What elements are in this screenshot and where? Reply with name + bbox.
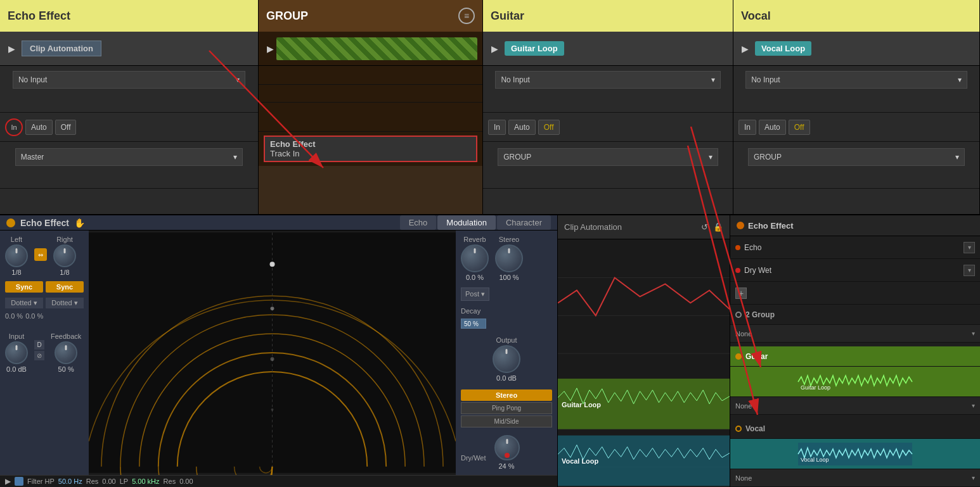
guitar-clip-track-row: Guitar Loop [730,367,980,397]
right-sync-button[interactable]: Sync [46,281,84,293]
echo-off-button[interactable]: Off [55,120,77,135]
svg-point-4 [271,357,274,361]
dry-wet-knob[interactable] [494,435,520,460]
echo-output-dropdown[interactable]: Master ▾ [15,148,243,166]
dry-wet-label: Dry/Wet [461,454,486,462]
vocal-input-dropdown[interactable]: No Input ▾ [745,71,967,89]
filter-hp-value: 50.0 Hz [58,478,82,485]
dry-wet-knob-container [494,435,520,460]
guitar-input-area: No Input ▾ [483,66,733,94]
group-none-select[interactable]: None ▾ [730,325,980,343]
guitar-track-title: Guitar [491,9,524,23]
add-automation-button[interactable]: + [735,288,747,299]
guitar-clip-box[interactable]: Guitar Loop [505,41,564,56]
filter-square[interactable] [15,477,23,486]
echo-main-area: Left 1/8 ⇔ Right 1/8 [0,231,557,475]
vocal-play-button[interactable]: ▶ [738,42,751,55]
right-pct: 0.0 % [25,312,43,320]
reverb-label: Reverb [463,236,486,243]
vocal-in-button[interactable]: In [738,120,756,135]
echo-item-dropdown[interactable]: ▾ [964,242,975,253]
feedback-knob[interactable] [55,341,77,364]
filter-res-value: 0.00 [102,478,115,485]
vocal-input-area: No Input ▾ [733,66,979,94]
clip-automation-panel: Clip Automation ↺ 🔒 [558,215,730,487]
filter-play-button[interactable]: ▶ [5,477,11,486]
left-sync-button[interactable]: Sync [5,281,43,293]
input-knob[interactable] [5,341,28,364]
right-item-echo: Echo ▾ [730,236,980,259]
filter-lp-value: 5.00 kHz [132,478,159,485]
vocal-output-area: GROUP ▾ [733,142,979,170]
clip-automation-box[interactable]: Clip Automation [22,41,101,56]
phase-button[interactable]: ⊘ [34,351,44,360]
echo-tabs: Echo Modulation Character [400,215,551,230]
vocal-auto-button[interactable]: Auto [759,120,786,135]
dry-wet-value: 24 % [461,462,552,470]
link-icon[interactable]: ⇔ [34,248,47,261]
left-time-knob[interactable] [5,244,28,267]
group-clip-row: ▶ [259,32,482,66]
left-dotted-select[interactable]: Dotted ▾ [5,298,43,308]
vocal-output-dropdown[interactable]: GROUP ▾ [748,148,965,166]
vocal-none-select[interactable]: None ▾ [730,469,980,487]
group-none-dropdown: ▾ [972,330,975,337]
post-select[interactable]: Post ▾ [461,288,489,301]
vocal-section-indicator [735,426,742,432]
guitar-track-header: Guitar [483,0,733,32]
dry-wet-group: Dry/Wet 24 % [461,435,552,470]
stereo-knob[interactable] [495,244,523,272]
vocal-off-button[interactable]: Off [789,120,810,135]
reverb-knob[interactable] [461,244,489,272]
vocal-clip-box[interactable]: Vocal Loop [755,41,811,56]
echo-tab-echo[interactable]: Echo [400,215,437,230]
guitar-in-button[interactable]: In [488,120,506,135]
filter-hp-label: Filter HP [27,478,55,485]
guitar-auto-button[interactable]: Auto [508,120,536,135]
guitar-input-dropdown[interactable]: No Input ▾ [495,71,720,89]
stereo-mode-button[interactable]: Stereo [461,389,552,401]
guitar-off-button[interactable]: Off [538,120,560,135]
group-play-button[interactable]: ▶ [264,42,276,55]
guitar-play-button[interactable]: ▶ [488,42,501,55]
group-empty3 [259,103,482,132]
input-knob-group: Input 0.0 dB [5,332,28,373]
group-empty2 [259,85,482,103]
svg-point-3 [271,307,274,310]
group-stripe [276,37,477,60]
decay-label: Decay [461,307,480,315]
right-time-knob[interactable] [53,244,76,267]
right-item-add: + [730,282,980,305]
guitar-none-select[interactable]: None ▾ [730,397,980,415]
echo-monitor-row: In Auto Off [0,113,258,142]
ping-pong-button[interactable]: Ping Pong [461,402,552,414]
guitar-input-row2 [483,94,733,113]
echo-in-button-circled[interactable]: In [5,118,23,136]
left-pct: 0.0 % [5,312,23,320]
echo-left-controls: Left 1/8 ⇔ Right 1/8 [0,231,89,475]
echo-auto-button[interactable]: Auto [25,120,53,135]
echo-item-label: Echo [744,243,960,252]
left-knob-group: Left 1/8 [5,236,28,276]
echo-tab-character[interactable]: Character [497,215,551,230]
echo-tab-modulation[interactable]: Modulation [437,215,496,230]
echo-input-dropdown[interactable]: No Input ▾ [13,71,245,89]
mid-side-button[interactable]: Mid/Side [461,415,552,427]
vocal-track-header: Vocal [733,0,979,32]
svg-text:Guitar Loop: Guitar Loop [562,401,601,408]
filter-res-label: Res [86,478,99,485]
d-button[interactable]: D [34,340,44,350]
vocal-monitor-row: In Auto Off [733,113,979,142]
input-feedback-row: Input 0.0 dB D ⊘ Feedback 50 % [5,332,84,373]
vocal-section-header: Vocal [730,419,980,439]
output-knob[interactable] [493,345,520,373]
guitar-output-dropdown[interactable]: GROUP ▾ [498,148,718,166]
echo-right-controls: Reverb 0.0 % Stereo 100 % Post ▾ [456,231,557,475]
echo-play-button[interactable]: ▶ [5,42,18,55]
right-time-value: 1/8 [60,269,69,276]
svg-point-2 [270,262,275,267]
right-dotted-select[interactable]: Dotted ▾ [46,298,84,308]
decay-bar[interactable]: 50 % [461,319,486,329]
drywet-item-dropdown[interactable]: ▾ [964,265,975,276]
group-output-dropdown[interactable]: Echo Effect Track In [264,136,477,162]
